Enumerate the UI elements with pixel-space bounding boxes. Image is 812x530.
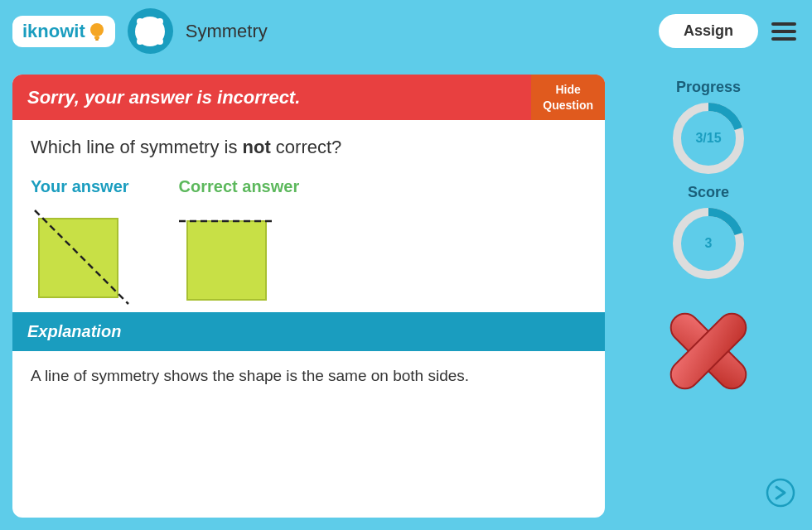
lesson-icon [128,8,173,54]
score-value: 3 [705,236,713,251]
correct-answer-shape [179,206,270,297]
logo-text: iknowit [22,21,85,42]
svg-point-0 [90,23,104,36]
menu-line-2 [771,30,796,33]
incorrect-message: Sorry, your answer is incorrect. [12,75,531,120]
question-area: Which line of symmetry is not correct? [12,120,605,169]
explanation-title: Explanation [27,322,121,340]
correct-answer-column: Correct answer [179,177,300,297]
logo: iknowit [12,16,115,47]
score-ring: 3 [671,206,746,281]
svg-point-4 [145,26,155,36]
next-arrow-icon [766,478,795,508]
question-bold: not [243,137,271,157]
question-text: Which line of symmetry is not correct? [31,135,587,161]
menu-line-3 [771,37,796,41]
hide-question-button[interactable]: HideQuestion [531,75,605,120]
correct-answer-svg [179,206,287,306]
question-prefix: Which line of symmetry is [31,137,243,157]
lesson-title: Symmetry [186,21,268,42]
svg-point-5 [137,18,143,25]
progress-value: 3/15 [695,131,721,146]
svg-point-6 [157,18,163,25]
navigation-area [617,478,800,518]
svg-point-8 [157,38,163,45]
progress-label: Progress [676,79,741,96]
svg-point-7 [137,38,143,45]
film-icon [133,15,167,48]
explanation-banner: Explanation [12,312,605,351]
result-icon [646,289,771,413]
header: iknowit Symmetry Assign [0,0,812,62]
your-answer-column: Your answer [31,177,129,297]
your-answer-shape [31,206,122,297]
incorrect-banner: Sorry, your answer is incorrect. HideQue… [12,75,605,120]
right-panel: Progress 3/15 Score 3 [617,75,800,518]
svg-rect-2 [95,39,99,41]
svg-rect-1 [94,36,99,39]
menu-line-1 [771,22,796,26]
progress-ring: 3/15 [671,101,746,176]
main-area: Sorry, your answer is incorrect. HideQue… [0,62,812,530]
question-suffix: correct? [271,137,342,157]
score-label: Score [688,184,729,201]
svg-rect-11 [187,221,266,300]
next-button[interactable] [766,478,795,513]
logo-bulb-icon [89,22,105,41]
svg-point-19 [767,479,794,506]
menu-button[interactable] [768,19,800,44]
progress-section: Progress 3/15 [671,79,746,176]
score-section: Score 3 [671,184,746,281]
correct-answer-label: Correct answer [179,177,300,196]
explanation-text: A line of symmetry shows the shape is th… [12,351,605,407]
assign-button[interactable]: Assign [659,14,758,48]
content-panel: Sorry, your answer is incorrect. HideQue… [12,75,605,518]
your-answer-label: Your answer [31,177,129,196]
your-answer-svg [31,206,138,306]
header-actions: Assign [659,14,800,48]
answers-section: Your answer Correct answer [12,169,605,306]
svg-rect-9 [39,219,118,297]
x-mark-svg [646,289,771,413]
